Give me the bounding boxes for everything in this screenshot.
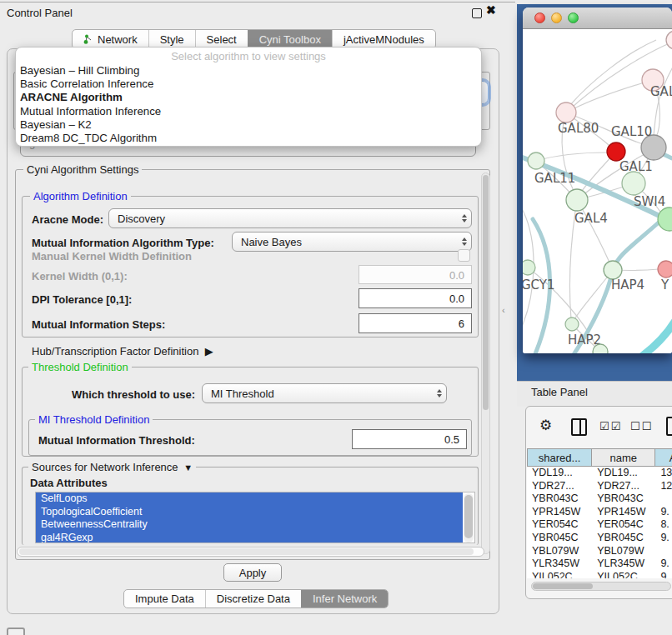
network-canvas[interactable]: GALGAL80GAL10GAL11GAL1GAL4SWI4GCY1HAP4YH… xyxy=(523,29,672,353)
tab-label: Infer Network xyxy=(313,592,377,605)
scrollbar-thumb[interactable] xyxy=(483,175,489,410)
network-node-hap4[interactable] xyxy=(604,261,622,279)
data-attributes-label: Data Attributes xyxy=(30,477,108,489)
apply-button[interactable]: Apply xyxy=(223,563,282,582)
float-window-icon[interactable] xyxy=(472,8,482,18)
manual-kernel-label: Manual Kernel Width Definition xyxy=(32,250,192,262)
gear-icon[interactable]: ⚙ xyxy=(539,417,552,434)
columns-icon[interactable] xyxy=(571,418,587,436)
table-row[interactable]: YLR345WYLR345W9. xyxy=(527,558,672,571)
table-row[interactable]: YPR145WYPR145W9. xyxy=(527,506,672,519)
attribute-item[interactable]: SelfLoops xyxy=(36,492,463,506)
data-attributes-list[interactable]: SelfLoopsTopologicalCoefficientBetweenne… xyxy=(35,492,475,543)
network-node-hap2[interactable] xyxy=(565,318,579,331)
network-node-y[interactable] xyxy=(658,261,672,278)
network-node-gal1[interactable] xyxy=(622,172,645,195)
expand-right-icon[interactable]: ▶ xyxy=(202,345,213,358)
attribute-item[interactable]: TopologicalCoefficient xyxy=(36,506,463,519)
settings-horizontal-scrollbar[interactable] xyxy=(17,547,484,557)
aracne-mode-combo[interactable]: Discovery xyxy=(108,208,472,228)
algorithm-option[interactable]: Basic Correlation Inference xyxy=(16,78,481,91)
stepper-arrows-icon xyxy=(462,209,467,228)
network-node-gcy1[interactable] xyxy=(523,260,535,275)
mi-steps-field[interactable]: 6 xyxy=(359,313,472,333)
table-column-header[interactable]: A xyxy=(655,448,672,467)
network-node-gal4[interactable] xyxy=(566,189,588,211)
stepper-arrows-icon xyxy=(462,232,467,251)
algorithm-option[interactable]: Dream8 DC_TDC Algorithm xyxy=(16,132,481,145)
tab-cyni-toolbox[interactable]: Cyni Toolbox xyxy=(248,30,332,48)
network-node-label: HAP4 xyxy=(611,278,644,292)
kernel-width-field[interactable]: 0.0 xyxy=(359,265,472,284)
which-threshold-value: MI Threshold xyxy=(211,388,274,400)
network-node[interactable] xyxy=(666,31,672,49)
dpi-tolerance-field[interactable]: 0.0 xyxy=(359,288,472,308)
list-scrollbar[interactable] xyxy=(464,493,474,542)
table-cell: YIL052C xyxy=(527,571,592,578)
table-row[interactable]: YBR043CYBR043C xyxy=(527,492,672,506)
algorithm-dropdown: Select algorithm to view settings Bayesi… xyxy=(15,47,482,147)
table-row[interactable]: YBL079WYBL079W xyxy=(527,545,672,558)
function-doc-icon[interactable] xyxy=(666,417,672,436)
network-node-gal11[interactable] xyxy=(528,152,544,169)
algorithm-option[interactable]: Bayesian – K2 xyxy=(16,118,481,132)
sources-title-text: Sources for Network Inference xyxy=(32,461,178,473)
table-cell: YDL19... xyxy=(592,467,655,480)
table-cell: 9. xyxy=(655,532,672,545)
scrollbar-thumb[interactable] xyxy=(19,548,474,555)
mi-threshold-label: Mutual Information Threshold: xyxy=(38,434,195,447)
table-row[interactable]: YBR045CYBR045C9. xyxy=(527,532,672,545)
bottom-tab-infer-network[interactable]: Infer Network xyxy=(301,590,388,608)
network-node-label: GAL1 xyxy=(619,159,653,174)
network-node-gal80[interactable] xyxy=(556,102,576,122)
scrollbar-thumb[interactable] xyxy=(464,495,473,538)
stepper-arrows-icon xyxy=(437,384,442,402)
tab-select[interactable]: Select xyxy=(195,30,248,48)
settings-vertical-scrollbar[interactable] xyxy=(481,172,490,554)
divider-resize-handle[interactable]: ‹ xyxy=(502,305,505,315)
zoom-traffic-light-icon[interactable] xyxy=(568,12,579,23)
tab-style[interactable]: Style xyxy=(148,30,195,48)
network-node-label: GAL80 xyxy=(558,121,599,136)
network-node[interactable] xyxy=(607,142,625,161)
attribute-item[interactable]: BetweennessCentrality xyxy=(36,518,463,532)
table-row[interactable]: YDL19...YDL19...13 xyxy=(527,467,672,480)
table-row[interactable]: YIL052CYIL052C9 xyxy=(527,571,672,578)
minimize-traffic-light-icon[interactable] xyxy=(551,12,562,23)
close-traffic-light-icon[interactable] xyxy=(534,12,545,23)
table-horizontal-scrollbar[interactable] xyxy=(531,582,671,591)
select-all-checks-icon[interactable]: ☑☑ xyxy=(599,420,622,432)
network-window-titlebar[interactable] xyxy=(523,8,672,29)
collapse-down-icon[interactable]: ▼ xyxy=(181,462,193,472)
tab-jactivemnodules[interactable]: jActiveMNodules xyxy=(332,30,435,48)
scrollbar-thumb[interactable] xyxy=(533,583,593,589)
algorithm-option[interactable]: Bayesian – Hill Climbing xyxy=(16,64,481,78)
attribute-item[interactable]: gal4RGexp xyxy=(36,532,463,544)
table-column-header[interactable]: name xyxy=(592,448,655,467)
algorithm-option[interactable]: Mutual Information Inference xyxy=(16,105,481,118)
network-window[interactable]: GALGAL80GAL10GAL11GAL1GAL4SWI4GCY1HAP4YH… xyxy=(523,8,672,353)
table-cell: 9. xyxy=(655,558,672,571)
mi-type-combo[interactable]: Naive Bayes xyxy=(232,232,472,252)
which-threshold-combo[interactable]: MI Threshold xyxy=(202,383,447,403)
corner-button[interactable] xyxy=(7,628,25,635)
table-row[interactable]: YER054CYER054C8. xyxy=(527,518,672,532)
hub-section-label[interactable]: Hub/Transcription Factor Definition ▶ xyxy=(32,345,213,358)
algorithm-dropdown-placeholder: Select algorithm to view settings xyxy=(16,50,481,64)
network-icon xyxy=(83,34,93,44)
tab-network[interactable]: Network xyxy=(73,30,148,48)
deselect-all-checks-icon[interactable]: ☐☐ xyxy=(630,420,653,432)
network-node-label: Y xyxy=(660,278,669,292)
bottom-tab-discretize-data[interactable]: Discretize Data xyxy=(205,590,301,608)
table-column-header[interactable]: shared... xyxy=(527,448,592,467)
manual-kernel-checkbox[interactable] xyxy=(458,249,470,262)
close-icon[interactable]: ✖ xyxy=(486,3,496,17)
table-cell: YBL079W xyxy=(592,545,655,558)
table-cell: YBR045C xyxy=(527,532,592,545)
mi-threshold-field[interactable]: 0.5 xyxy=(352,429,467,449)
algorithm-option[interactable]: ARACNE Algorithm xyxy=(16,91,481,104)
table-row[interactable]: YDR27...YDR27...12 xyxy=(527,480,672,493)
tab-label: Cyni Toolbox xyxy=(259,33,321,46)
table-cell: YIL052C xyxy=(592,571,655,578)
bottom-tab-impute-data[interactable]: Impute Data xyxy=(124,590,205,608)
